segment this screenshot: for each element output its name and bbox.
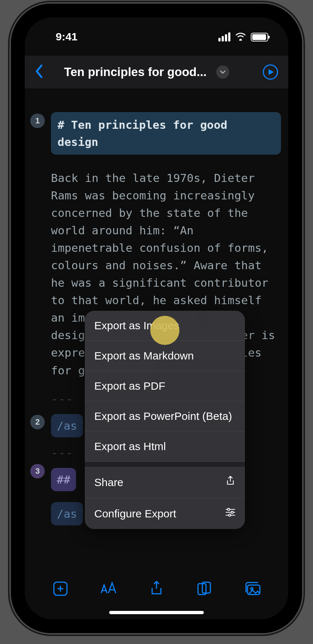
menu-label: Share	[94, 476, 123, 489]
menu-export-powerpoint[interactable]: Export as PowerPoint (Beta)	[85, 401, 245, 432]
menu-export-pdf[interactable]: Export as PDF	[85, 371, 245, 401]
heading-block[interactable]: # Ten principles for good design	[51, 112, 281, 155]
asset-block[interactable]: /as	[51, 414, 83, 437]
status-bar: 9:41	[25, 17, 288, 56]
asset-block[interactable]: /as	[51, 502, 83, 525]
menu-label: Export as Markdown	[94, 350, 194, 362]
menu-configure-export[interactable]: Configure Export	[85, 498, 245, 529]
share-icon	[225, 476, 235, 489]
home-indicator[interactable]	[109, 611, 204, 614]
battery-icon	[251, 33, 268, 41]
add-button[interactable]	[51, 579, 70, 598]
svg-point-4	[231, 511, 233, 513]
title-dropdown-button[interactable]	[216, 65, 229, 79]
menu-label: Export as Html	[94, 440, 166, 453]
status-time: 9:41	[56, 31, 78, 43]
slide-badge-3: 3	[30, 464, 45, 478]
svg-marker-0	[269, 69, 274, 75]
menu-label: Export as PowerPoint (Beta)	[94, 410, 232, 422]
heading2-block[interactable]: ##	[51, 468, 76, 491]
menu-export-markdown[interactable]: Export as Markdown	[85, 341, 245, 371]
menu-label: Configure Export	[94, 508, 176, 520]
theme-button[interactable]	[195, 579, 214, 598]
screen: 9:41 Ten principles for good...	[25, 17, 288, 619]
share-toolbar-button[interactable]	[147, 579, 166, 598]
svg-point-2	[227, 508, 230, 510]
cellular-icon	[218, 32, 230, 41]
status-right	[218, 30, 268, 43]
text-format-button[interactable]	[99, 579, 118, 598]
wifi-icon	[235, 31, 246, 43]
svg-point-6	[229, 514, 231, 516]
back-button[interactable]	[35, 64, 43, 80]
images-button[interactable]	[243, 579, 262, 598]
slide-badge-1: 1	[30, 114, 45, 128]
page-title: Ten principles for good...	[64, 65, 207, 79]
nav-bar: Ten principles for good...	[25, 56, 288, 88]
play-button[interactable]	[263, 64, 278, 80]
touch-indicator	[150, 316, 179, 345]
menu-separator	[85, 462, 245, 467]
sliders-icon	[225, 507, 235, 520]
menu-label: Export as PDF	[94, 380, 165, 392]
device-frame: 9:41 Ten principles for good...	[11, 4, 302, 633]
menu-share[interactable]: Share	[85, 467, 245, 498]
menu-export-html[interactable]: Export as Html	[85, 432, 245, 462]
slide-badge-2: 2	[30, 415, 45, 429]
